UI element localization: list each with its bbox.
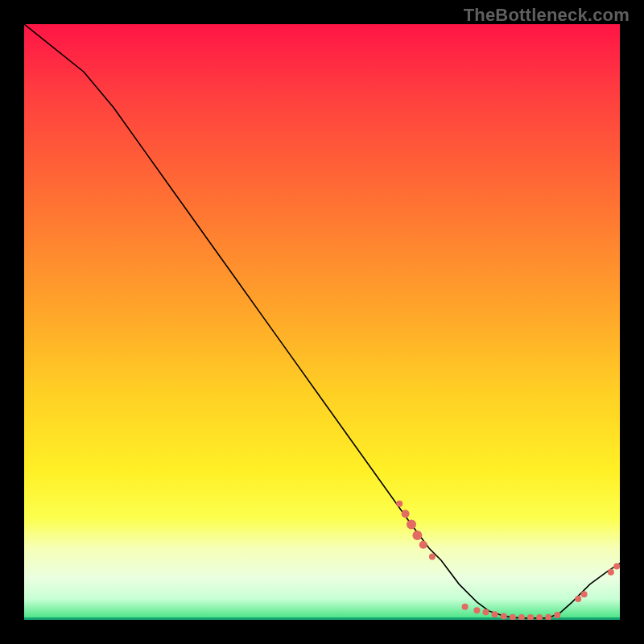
scatter-dot xyxy=(473,607,480,613)
chart-frame: TheBottleneck.com xyxy=(0,0,644,644)
scatter-dot xyxy=(483,609,489,615)
scatter-dot xyxy=(462,604,469,610)
scatter-dot xyxy=(575,596,581,602)
scatter-dot xyxy=(412,530,422,540)
scatter-dot xyxy=(613,563,620,569)
scatter-dots xyxy=(396,501,620,620)
scatter-dot xyxy=(407,520,416,530)
scatter-dot xyxy=(429,554,436,560)
scatter-dot xyxy=(554,612,560,618)
scatter-dot xyxy=(536,614,543,620)
scatter-dot xyxy=(501,613,507,620)
scatter-dot xyxy=(419,541,427,549)
scatter-dot xyxy=(608,569,614,576)
scatter-dot xyxy=(527,614,534,620)
scatter-dot xyxy=(545,614,551,620)
plot-area xyxy=(24,24,620,620)
scatter-dot xyxy=(581,591,588,597)
scatter-dot xyxy=(518,614,525,620)
bottleneck-curve xyxy=(24,24,620,618)
scatter-dot xyxy=(510,614,516,620)
scatter-dot xyxy=(492,611,498,617)
scatter-dot xyxy=(396,501,402,507)
chart-svg xyxy=(24,24,620,620)
watermark-text: TheBottleneck.com xyxy=(464,5,630,26)
scatter-dot xyxy=(402,510,410,518)
